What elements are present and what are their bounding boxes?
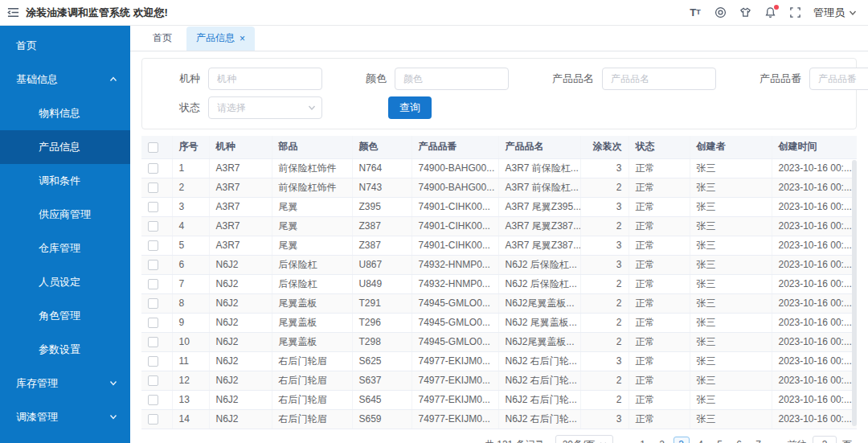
- row-checkbox[interactable]: [148, 163, 158, 174]
- table-cell: N743: [352, 178, 411, 197]
- sidebar-item-6[interactable]: 仓库管理: [0, 232, 130, 265]
- product-no-input[interactable]: [809, 68, 868, 90]
- table-cell: 2: [580, 216, 628, 236]
- user-menu[interactable]: 管理员: [813, 6, 857, 20]
- table-cell: 张三: [690, 351, 772, 371]
- table-cell: S645: [352, 390, 411, 409]
- sidebar-item-2[interactable]: 物料信息: [0, 96, 130, 130]
- page-number-3[interactable]: 3: [674, 437, 690, 443]
- table-cell: 右后门轮眉: [272, 371, 352, 390]
- table-row: 12N6J2右后门轮眉S63774977-EKIJM0...N6J2 右后门轮.…: [141, 371, 857, 390]
- table-row: 4A3R7尾翼Z38774901-CIHK00...A3R7 尾翼Z387...…: [141, 216, 857, 236]
- sidebar-item-4[interactable]: 调和条件: [0, 164, 130, 198]
- field-label-status: 状态: [179, 100, 200, 115]
- row-checkbox[interactable]: [148, 279, 158, 289]
- sidebar-item-8[interactable]: 角色管理: [0, 299, 130, 333]
- vertical-scrollbar[interactable]: [852, 160, 857, 426]
- select-all-checkbox[interactable]: [148, 142, 158, 153]
- table-cell: N6J2: [209, 313, 272, 332]
- page-number-6[interactable]: 6: [731, 437, 747, 443]
- column-header: 序号: [172, 136, 209, 158]
- table-cell: 2: [580, 293, 628, 313]
- row-checkbox[interactable]: [148, 318, 158, 328]
- table-cell: 3: [580, 236, 628, 255]
- table-row: 6N6J2后保险杠U86774932-HNMP0...N6J2 后保险杠...3…: [141, 255, 857, 274]
- color-input[interactable]: [395, 68, 509, 90]
- row-checkbox[interactable]: [148, 221, 158, 232]
- table-cell: 74945-GMLO0...: [411, 313, 498, 332]
- sidebar-item-7[interactable]: 人员设定: [0, 265, 130, 299]
- fullscreen-icon[interactable]: [788, 6, 801, 19]
- table-cell: 74977-EKIJM0...: [411, 390, 498, 409]
- table-cell: 张三: [690, 332, 772, 351]
- page-number-7[interactable]: 7: [751, 437, 767, 443]
- goto-page-input[interactable]: [813, 436, 837, 443]
- font-size-icon[interactable]: TT: [689, 6, 702, 19]
- row-checkbox[interactable]: [148, 298, 158, 309]
- table-cell: N6J2: [209, 351, 272, 371]
- table-cell: 2023-10-16 00:...: [772, 293, 857, 313]
- fold-menu-icon[interactable]: [6, 6, 19, 19]
- tab-0[interactable]: 首页: [143, 27, 182, 51]
- page-number-2[interactable]: 2: [654, 437, 670, 443]
- table-cell: S659: [352, 409, 411, 429]
- query-button[interactable]: 查询: [388, 96, 432, 119]
- table-cell: 正常: [628, 390, 690, 409]
- row-checkbox[interactable]: [148, 240, 158, 251]
- table-cell: 2: [580, 274, 628, 293]
- sidebar-item-label: 首页: [16, 39, 37, 53]
- status-select[interactable]: [208, 96, 322, 119]
- main-content: 首页产品信息× 机种 颜色 产品品名: [130, 26, 868, 443]
- app-title: 涂装油漆调和监管系统 欢迎您!: [26, 6, 168, 20]
- theme-shirt-icon[interactable]: [739, 6, 751, 19]
- row-checkbox[interactable]: [148, 202, 158, 212]
- chevron-down-icon: [308, 100, 316, 115]
- row-checkbox[interactable]: [148, 395, 158, 405]
- field-label-product-name: 产品品名: [552, 72, 594, 86]
- table-cell: 张三: [690, 178, 772, 197]
- sidebar-item-11[interactable]: 调漆管理: [0, 400, 130, 434]
- notification-badge: [774, 5, 779, 10]
- sidebar-item-9[interactable]: 参数设置: [0, 333, 130, 367]
- table-cell: N6J2 右后门轮...: [498, 371, 580, 390]
- table-cell: 张三: [690, 274, 772, 293]
- sidebar-item-3[interactable]: 产品信息: [0, 130, 130, 164]
- bell-icon[interactable]: [764, 6, 776, 19]
- table-cell: 正常: [628, 216, 690, 236]
- prev-page-button[interactable]: ‹: [619, 439, 628, 443]
- page-number-5[interactable]: 5: [712, 437, 728, 443]
- table-cell: 张三: [690, 255, 772, 274]
- sidebar-item-10[interactable]: 库存管理: [0, 367, 130, 400]
- table-cell: 5: [172, 236, 209, 255]
- row-checkbox[interactable]: [148, 183, 158, 193]
- table-cell: 74945-GMLO0...: [411, 293, 498, 313]
- language-icon[interactable]: [714, 6, 727, 19]
- table-cell: S637: [352, 371, 411, 390]
- row-checkbox[interactable]: [148, 375, 158, 386]
- column-header: 产品品名: [498, 136, 580, 158]
- row-checkbox[interactable]: [148, 337, 158, 347]
- field-label-product-no: 产品品番: [760, 72, 801, 86]
- table-header-row: 序号机种部品颜色产品品番产品品名涂装次状态创建者创建时间: [141, 136, 857, 158]
- sidebar-item-5[interactable]: 供应商管理: [0, 198, 130, 232]
- table-cell: 尾翼盖板: [272, 293, 352, 313]
- tab-1[interactable]: 产品信息×: [186, 27, 255, 51]
- next-page-button[interactable]: ›: [772, 439, 782, 443]
- table-row: 7N6J2后保险杠U84974932-HNMP0...N6J2 后保险杠...2…: [141, 274, 857, 293]
- table-cell: Z395: [352, 197, 411, 216]
- table-cell: N6J2 尾翼盖板...: [498, 313, 580, 332]
- page-number-1[interactable]: 1: [635, 437, 651, 443]
- table-cell: 3: [580, 255, 628, 274]
- row-checkbox[interactable]: [148, 260, 158, 270]
- row-checkbox[interactable]: [148, 414, 158, 425]
- table-cell: N6J2 右后门轮...: [498, 390, 580, 409]
- row-checkbox[interactable]: [148, 356, 158, 367]
- sidebar-item-1[interactable]: 基础信息: [0, 63, 130, 96]
- model-input[interactable]: [208, 68, 322, 90]
- sidebar-item-label: 调和条件: [39, 174, 80, 188]
- product-name-input[interactable]: [602, 68, 716, 90]
- sidebar-item-0[interactable]: 首页: [0, 29, 130, 63]
- close-tab-icon[interactable]: ×: [240, 34, 245, 43]
- page-number-4[interactable]: 4: [693, 437, 709, 443]
- page-size-select[interactable]: 20条/页: [555, 435, 614, 443]
